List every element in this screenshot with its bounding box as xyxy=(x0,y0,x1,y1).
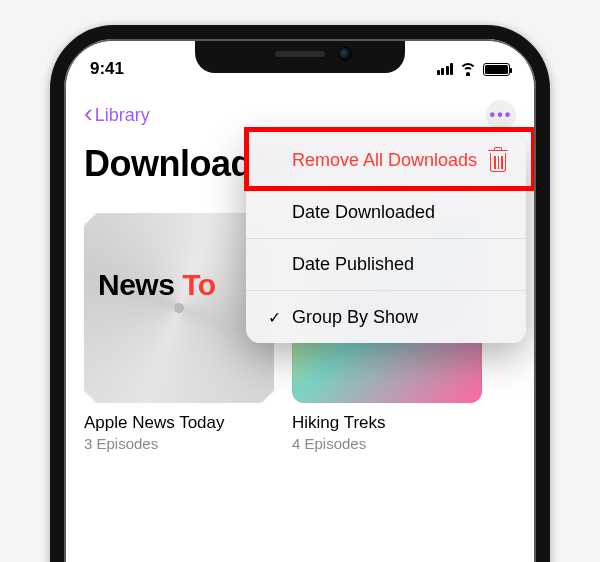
chevron-left-icon: ‹ xyxy=(84,100,93,126)
podcast-subtitle: 4 Episodes xyxy=(292,435,482,452)
annotation-highlight xyxy=(244,127,534,191)
wifi-icon xyxy=(459,63,477,76)
podcast-title: Apple News Today xyxy=(84,413,274,433)
group-by-show-item[interactable]: ✓Group By Show xyxy=(246,291,526,343)
phone-frame: 9:41 ‹ Library ••• Downloaded xyxy=(50,25,550,562)
podcast-subtitle: 3 Episodes xyxy=(84,435,274,452)
ellipsis-icon: ••• xyxy=(490,106,513,124)
checkmark-icon: ✓ xyxy=(264,308,284,327)
cellular-icon xyxy=(437,63,454,75)
podcast-title: Hiking Treks xyxy=(292,413,482,433)
date-downloaded-item[interactable]: Date Downloaded xyxy=(246,187,526,239)
back-button[interactable]: ‹ Library xyxy=(84,102,150,128)
notch xyxy=(195,41,405,73)
screen: 9:41 ‹ Library ••• Downloaded xyxy=(66,41,534,562)
battery-icon xyxy=(483,63,510,76)
more-button[interactable]: ••• xyxy=(486,100,516,130)
back-label: Library xyxy=(95,105,150,126)
status-time: 9:41 xyxy=(90,59,124,79)
date-published-item[interactable]: Date Published xyxy=(246,239,526,291)
